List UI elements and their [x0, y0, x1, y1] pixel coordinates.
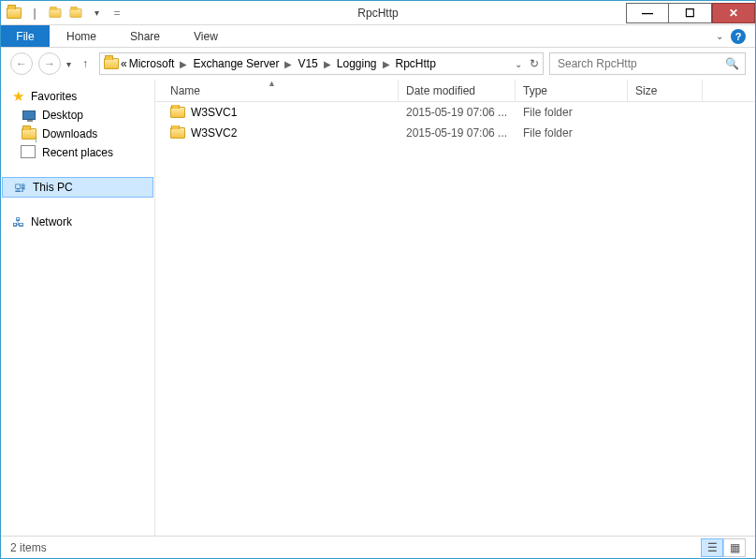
sidebar-item-thispc[interactable]: 🖳 This PC [2, 177, 153, 198]
file-date: 2015-05-19 07:06 ... [399, 106, 516, 119]
qat-overflow: = [109, 5, 125, 22]
column-name[interactable]: Name [155, 80, 399, 101]
chevron-right-icon[interactable]: ▶ [379, 59, 394, 69]
column-headers: ▲ Name Date modified Type Size [155, 80, 755, 102]
folder-icon [104, 56, 119, 71]
navigation-pane: ★ Favorites Desktop Downloads Recent pla… [1, 80, 155, 536]
file-list-pane: ▲ Name Date modified Type Size W3SVC1 20… [155, 80, 755, 536]
chevron-right-icon[interactable]: ▶ [281, 59, 296, 69]
network-icon: 🖧 [10, 214, 25, 229]
breadcrumb-item[interactable]: Exchange Server [193, 57, 279, 70]
file-date: 2015-05-19 07:06 ... [399, 126, 516, 140]
star-icon: ★ [10, 89, 25, 104]
icons-view-button[interactable]: ▦ [723, 538, 746, 557]
recent-locations-icon[interactable]: ▾ [66, 59, 71, 69]
status-text: 2 items [10, 541, 47, 554]
file-name: W3SVC1 [191, 106, 237, 119]
qat-dropdown-icon[interactable]: ▾ [88, 5, 105, 22]
sidebar-item-label: Downloads [42, 127, 97, 140]
main-area: ★ Favorites Desktop Downloads Recent pla… [1, 80, 755, 536]
folder-icon [6, 5, 22, 22]
file-type: File folder [516, 106, 628, 119]
file-name: W3SVC2 [191, 126, 237, 140]
desktop-icon [22, 108, 36, 123]
sidebar-item-desktop[interactable]: Desktop [1, 106, 154, 125]
breadcrumb-item[interactable]: Microsoft [129, 57, 175, 70]
sort-indicator-icon: ▲ [268, 80, 276, 88]
tab-view[interactable]: View [177, 25, 235, 47]
ribbon-expand-icon[interactable]: ⌄ [716, 31, 723, 41]
window-buttons: — ☐ ✕ [626, 3, 755, 23]
sidebar-item-label: This PC [33, 181, 73, 194]
sidebar-item-label: Desktop [42, 109, 83, 122]
maximize-button[interactable]: ☐ [669, 3, 712, 23]
breadcrumb-item[interactable]: RpcHttp [396, 57, 436, 70]
minimize-button[interactable]: — [626, 3, 669, 23]
ribbon-tabs: File Home Share View ⌄ ? [1, 25, 755, 48]
chevron-right-icon[interactable]: ▶ [176, 59, 191, 69]
qat-separator: | [26, 5, 43, 22]
folder-icon [170, 105, 185, 120]
favorites-header[interactable]: ★ Favorites [1, 87, 154, 106]
tab-share[interactable]: Share [113, 25, 177, 47]
computer-icon: 🖳 [12, 180, 27, 195]
address-bar[interactable]: « Microsoft ▶ Exchange Server ▶ V15 ▶ Lo… [99, 52, 544, 75]
navigation-row: ← → ▾ ↑ « Microsoft ▶ Exchange Server ▶ … [1, 48, 755, 80]
table-row[interactable]: W3SVC1 2015-05-19 07:06 ... File folder [155, 102, 755, 123]
sidebar-item-label: Network [31, 215, 72, 228]
network-group: 🖧 Network [1, 213, 154, 231]
favorites-label: Favorites [31, 90, 77, 103]
search-input[interactable] [556, 56, 725, 71]
file-tab[interactable]: File [1, 25, 50, 47]
breadcrumb-prefix[interactable]: « [121, 57, 127, 70]
table-row[interactable]: W3SVC2 2015-05-19 07:06 ... File folder [155, 123, 755, 143]
address-dropdown-icon[interactable]: ⌄ [515, 59, 522, 69]
close-button[interactable]: ✕ [712, 3, 755, 23]
title-bar: | ▾ = RpcHttp — ☐ ✕ [1, 1, 755, 25]
column-date[interactable]: Date modified [399, 80, 516, 101]
quick-access-toolbar: | ▾ = [1, 5, 125, 22]
column-type[interactable]: Type [516, 80, 628, 101]
file-type: File folder [516, 126, 628, 140]
sidebar-item-downloads[interactable]: Downloads [1, 125, 154, 143]
sidebar-item-label: Recent places [42, 146, 113, 159]
column-size[interactable]: Size [628, 80, 703, 101]
breadcrumb-item[interactable]: Logging [337, 57, 377, 70]
breadcrumb-item[interactable]: V15 [298, 57, 317, 70]
search-icon[interactable]: 🔍 [725, 57, 739, 70]
sidebar-item-network[interactable]: 🖧 Network [1, 213, 154, 231]
help-icon[interactable]: ? [731, 29, 746, 44]
downloads-icon [22, 126, 36, 141]
status-bar: 2 items ☰ ▦ [1, 536, 755, 558]
new-folder-icon[interactable] [67, 5, 84, 22]
back-button[interactable]: ← [10, 52, 33, 75]
details-view-button[interactable]: ☰ [701, 538, 723, 557]
sidebar-item-recent[interactable]: Recent places [1, 143, 154, 162]
recent-icon [22, 145, 36, 160]
properties-icon[interactable] [47, 5, 64, 22]
favorites-group: ★ Favorites Desktop Downloads Recent pla… [1, 87, 154, 162]
search-box[interactable]: 🔍 [549, 52, 746, 75]
folder-icon [170, 125, 185, 140]
refresh-icon[interactable]: ↻ [530, 57, 539, 70]
thispc-group: 🖳 This PC [1, 177, 154, 198]
tab-home[interactable]: Home [50, 25, 113, 47]
up-button[interactable]: ↑ [77, 55, 94, 72]
chevron-right-icon[interactable]: ▶ [320, 59, 335, 69]
forward-button[interactable]: → [38, 52, 61, 75]
